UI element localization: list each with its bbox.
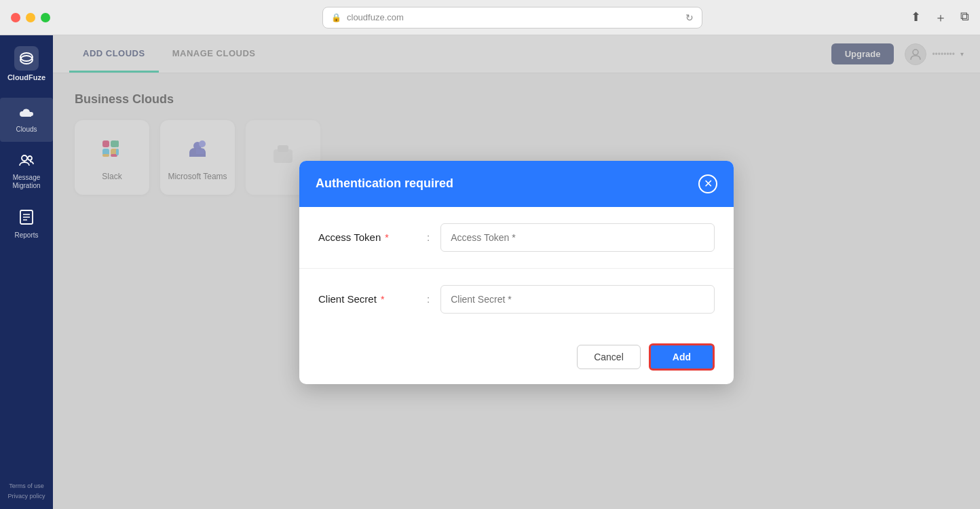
new-tab-icon[interactable]: ＋ xyxy=(935,10,947,26)
app-logo-text: CloudFuze xyxy=(7,73,45,81)
app-layout: CloudFuze Clouds xyxy=(0,35,980,509)
svg-point-3 xyxy=(28,156,32,160)
sidebar-item-label-reports: Reports xyxy=(14,231,38,240)
modal-overlay: Authentication required ✕ Access Token *… xyxy=(53,35,980,509)
address-url: cloudfuze.com xyxy=(347,12,680,22)
lock-icon: 🔒 xyxy=(331,13,341,22)
message-migration-icon xyxy=(18,153,35,171)
modal-title: Authentication required xyxy=(316,176,453,191)
client-secret-input[interactable] xyxy=(440,285,715,314)
terms-link[interactable]: Terms of use xyxy=(7,481,45,491)
sidebar-item-label-message-migration: Message Migration xyxy=(3,174,50,190)
client-secret-label: Client Secret xyxy=(318,293,377,305)
access-token-input[interactable] xyxy=(440,223,715,252)
modal-body: Access Token * : Client Secret * : xyxy=(299,207,734,330)
modal-header: Authentication required ✕ xyxy=(299,161,734,207)
modal-close-button[interactable]: ✕ xyxy=(698,174,717,193)
window-chrome: 🔒 cloudfuze.com ↻ ⬆ ＋ ⧉ xyxy=(0,0,980,35)
sidebar-nav: Clouds Message Migration xyxy=(0,98,53,248)
address-bar[interactable]: 🔒 cloudfuze.com ↻ xyxy=(322,7,702,29)
minimize-window-button[interactable] xyxy=(26,13,35,22)
traffic-lights xyxy=(11,13,50,22)
sidebar-item-label-clouds: Clouds xyxy=(16,126,37,134)
access-token-colon: : xyxy=(427,231,430,243)
add-button[interactable]: Add xyxy=(649,343,715,371)
app-logo-icon xyxy=(14,46,39,71)
sidebar-footer: Terms of use Privacy policy xyxy=(3,473,49,509)
fullscreen-window-button[interactable] xyxy=(41,13,50,22)
sidebar-item-clouds[interactable]: Clouds xyxy=(0,98,53,142)
auth-modal: Authentication required ✕ Access Token *… xyxy=(299,161,734,384)
tabs-icon[interactable]: ⧉ xyxy=(960,10,969,26)
client-secret-label-group: Client Secret * xyxy=(318,293,413,305)
reports-icon xyxy=(19,209,34,229)
window-actions: ⬆ ＋ ⧉ xyxy=(911,10,969,26)
clouds-icon xyxy=(18,106,35,123)
access-token-field: Access Token * : xyxy=(299,207,734,269)
sidebar-item-reports[interactable]: Reports xyxy=(0,201,53,248)
refresh-icon[interactable]: ↻ xyxy=(685,12,694,23)
sidebar-logo: CloudFuze xyxy=(0,35,53,92)
privacy-link[interactable]: Privacy policy xyxy=(7,491,45,501)
access-token-label: Access Token xyxy=(318,231,381,243)
client-secret-field: Client Secret * : xyxy=(299,269,734,330)
close-window-button[interactable] xyxy=(11,13,20,22)
client-secret-colon: : xyxy=(427,293,430,305)
sidebar-item-message-migration[interactable]: Message Migration xyxy=(0,145,53,198)
access-token-label-group: Access Token * xyxy=(318,231,413,243)
cancel-button[interactable]: Cancel xyxy=(577,345,641,369)
sidebar: CloudFuze Clouds xyxy=(0,35,53,509)
client-secret-required-marker: * xyxy=(381,294,384,305)
svg-point-2 xyxy=(22,155,27,161)
share-icon[interactable]: ⬆ xyxy=(911,10,921,26)
access-token-required-marker: * xyxy=(385,232,388,243)
modal-footer: Cancel Add xyxy=(299,330,734,384)
main-content: ADD CLOUDS MANAGE CLOUDS Upgrade •••••••… xyxy=(53,35,980,509)
